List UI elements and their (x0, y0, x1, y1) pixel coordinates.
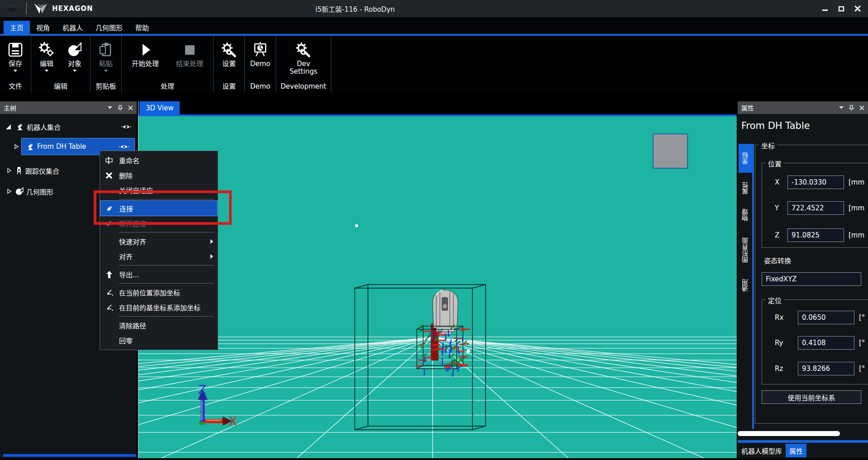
chevron-down-icon[interactable] (108, 106, 112, 109)
rz-unit: [° (859, 365, 865, 373)
axis-label-x: X (229, 415, 237, 428)
handle-dot[interactable] (355, 224, 358, 227)
rx-input[interactable]: 0.0650 (798, 311, 854, 324)
pin-icon[interactable] (118, 105, 123, 111)
menu-item-align[interactable]: 对齐 (100, 249, 218, 264)
handle-dot[interactable] (467, 349, 470, 353)
hexagon-logo-icon (33, 2, 48, 15)
viewport-area: 3D View (138, 101, 736, 458)
props-tab-coordinates[interactable]: 坐标 (739, 144, 752, 173)
menu-item-connect[interactable]: 连接 (100, 201, 217, 216)
ribbon-group-edit: 编辑 对象 编辑 (31, 36, 91, 93)
minimize-button[interactable] (819, 3, 831, 14)
geometry-sphere-icon (15, 187, 24, 195)
props-horizontal-scrollbar[interactable] (738, 431, 840, 436)
props-tab-attributes[interactable]: 属性 (739, 178, 752, 199)
visibility-eye-icon[interactable] (119, 144, 129, 150)
ribbon: 保存 文件 编辑 (0, 36, 868, 93)
props-tab-gui[interactable]: 图形界面 (739, 233, 752, 267)
props-tab-general[interactable]: 通用 (739, 275, 752, 296)
object-dropdown-caret (73, 70, 76, 72)
expander-collapsed-icon[interactable] (6, 189, 12, 194)
menu-item-clear-path[interactable]: 清除路径 (100, 318, 218, 333)
maximize-button[interactable] (835, 3, 847, 14)
settings-button[interactable]: 设置 (216, 38, 242, 68)
tree-item-label: From DH Table (37, 142, 86, 151)
end-process-button[interactable]: 结束处理 (169, 38, 210, 68)
paste-button[interactable]: 粘贴 (93, 38, 119, 72)
menu-item-quick-align[interactable]: 快速对齐 (100, 234, 218, 249)
expander-expanded-icon[interactable] (5, 124, 11, 130)
ribbon-group-development: Dev Settings Development (276, 36, 331, 93)
ry-input[interactable]: 0.4108 (798, 336, 854, 350)
menu-item-disconnect[interactable]: 断开连接 (100, 216, 218, 231)
tab-view[interactable]: 视角 (30, 21, 56, 34)
ribbon-group-clipboard: 粘贴 剪贴板 (91, 36, 122, 93)
coordinates-group-label: 坐标 (759, 141, 777, 150)
close-button[interactable] (852, 3, 863, 14)
gear-wrench-icon (221, 39, 237, 60)
world-axis-triad: Z Y X (198, 383, 237, 428)
save-button[interactable]: 保存 (3, 38, 28, 72)
props-tab-physics[interactable]: 物理 (739, 204, 752, 225)
coordinate-axes-icon (103, 304, 115, 311)
rz-input[interactable]: 93.8266 (798, 362, 854, 375)
x-label: X (775, 178, 779, 186)
tab-help[interactable]: 帮助 (129, 21, 155, 34)
y-input[interactable]: 722.4522 (787, 201, 844, 215)
expander-collapsed-icon[interactable] (14, 144, 19, 149)
object-icon (67, 39, 83, 60)
use-current-coordinates-button[interactable]: 使用当前坐标系 (762, 390, 861, 404)
close-icon[interactable] (128, 105, 133, 110)
tab-robot[interactable]: 机器人 (56, 21, 89, 34)
pose-conversion-select[interactable]: FixedXYZ (762, 272, 861, 286)
export-up-arrow-icon (103, 271, 115, 278)
3d-canvas[interactable]: Z Y X (138, 116, 737, 458)
tab-properties[interactable]: 属性 (786, 444, 806, 457)
menu-item-close-adaptive[interactable]: 关闭自适应 (100, 183, 218, 198)
gray-placard[interactable] (653, 134, 687, 168)
tab-3d-view[interactable]: 3D View (139, 101, 180, 114)
x-input[interactable]: -130.0330 (787, 175, 844, 189)
dev-settings-button[interactable]: Dev Settings (282, 38, 324, 76)
group-label-file: 文件 (3, 80, 28, 92)
menu-item-add-coord-current[interactable]: 在当前位置添加坐标 (100, 285, 218, 300)
x-unit: [mm (849, 178, 864, 186)
menu-item-home-zero[interactable]: 回零 (100, 333, 218, 348)
z-input[interactable]: 91.0825 (787, 228, 844, 242)
edit-button[interactable]: 编辑 (34, 38, 59, 72)
group-label-settings: 设置 (216, 80, 242, 92)
titlebar-divider (26, 3, 27, 14)
start-process-button[interactable]: 开始处理 (124, 38, 166, 68)
paste-icon (98, 39, 114, 60)
context-menu: 重命名 删除 关闭自适应 连接 断开连接 快速对齐 (100, 151, 218, 350)
menu-item-add-coord-base[interactable]: 在目前的基坐标系添加坐标 (100, 300, 218, 315)
save-dropdown-caret (14, 70, 17, 72)
menu-item-export[interactable]: 导出... (100, 267, 218, 282)
props-accent-line (752, 144, 754, 429)
demo-button[interactable]: Demo (248, 38, 273, 68)
selected-object-name: From DH Table (741, 120, 810, 131)
submenu-arrow-icon (210, 239, 213, 244)
expander-collapsed-icon[interactable] (6, 168, 12, 173)
pin-icon[interactable] (849, 105, 854, 111)
properties-panel: 属性 From DH Table 坐标 属性 物理 图形界面 通用 坐标 位置 … (738, 101, 868, 458)
save-icon (7, 39, 24, 60)
submenu-arrow-icon (210, 254, 213, 259)
tab-home[interactable]: 主页 (4, 21, 30, 34)
tree-item-robot-collection[interactable]: 机器人集合 (0, 119, 137, 134)
brand-name: HEXAGON (52, 5, 93, 13)
tab-robot-model-library[interactable]: 机器人模型库 (738, 444, 786, 457)
ribbon-group-file: 保存 文件 (0, 36, 31, 93)
tree-horizontal-scrollbar[interactable] (3, 454, 136, 457)
close-icon[interactable] (859, 105, 864, 110)
chevron-down-icon[interactable] (839, 106, 844, 109)
object-button[interactable]: 对象 (62, 38, 87, 72)
tracker-icon (15, 166, 23, 175)
menu-separator (119, 283, 214, 284)
menu-item-rename[interactable]: 重命名 (100, 153, 218, 168)
robot-model (433, 290, 458, 335)
menu-item-delete[interactable]: 删除 (100, 168, 218, 183)
tab-geometry[interactable]: 几何图形 (89, 21, 129, 34)
visibility-eye-icon[interactable] (121, 124, 131, 130)
